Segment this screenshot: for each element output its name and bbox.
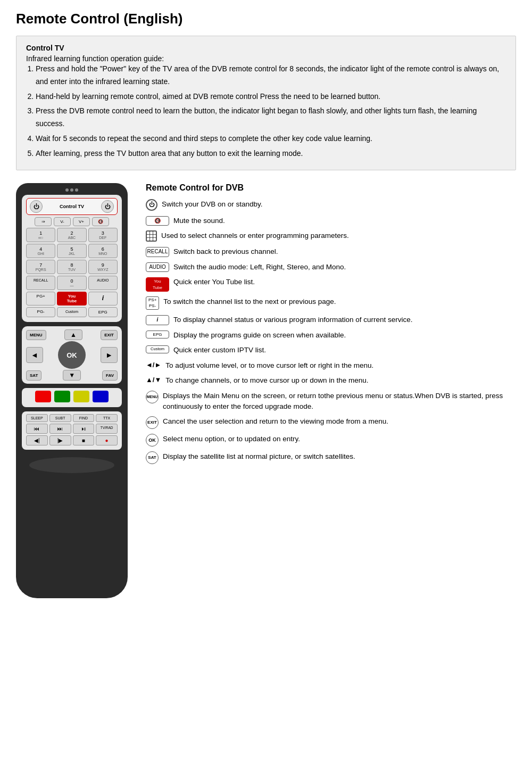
mute-btn[interactable]: 🔇: [92, 217, 109, 227]
dvb-item-pg-text: To switch the channel list to the next o…: [163, 296, 516, 307]
vol-plus-btn[interactable]: V+: [73, 217, 90, 227]
down-arrow-btn[interactable]: ▼: [63, 370, 81, 381]
up-arrow-btn[interactable]: ▲: [64, 329, 82, 340]
sat-btn[interactable]: SAT: [26, 370, 41, 381]
audio-btn[interactable]: AUDIO: [88, 276, 118, 290]
control-tv-row: ⏻ Control TV ⏻: [26, 198, 118, 215]
tvrad-btn[interactable]: TV/RAD: [96, 424, 118, 434]
menu-btn[interactable]: MENU: [26, 330, 46, 340]
num-1[interactable]: 1∞○: [26, 228, 55, 242]
info-box-title: Control TV: [26, 44, 506, 52]
info-box-steps: Press and hold the "Power" key of the TV…: [36, 63, 506, 160]
main-content: ⏻ Control TV ⏻ ⇒ V- V+ 🔇 1∞○ 2ABC 3DEF 4…: [16, 183, 516, 598]
playpause-btn[interactable]: ⏯: [73, 424, 95, 434]
youtube-icon-label: YouTube: [146, 277, 169, 292]
num-2[interactable]: 2ABC: [57, 228, 86, 242]
num-4[interactable]: 4GHI: [26, 244, 55, 258]
dpad-top-row: MENU ▲ EXIT: [26, 329, 118, 340]
youtube-btn[interactable]: YouTube: [57, 292, 86, 305]
yellow-btn[interactable]: [73, 391, 89, 402]
pg-icon: PS+PS-: [146, 296, 159, 310]
dvb-item-info: i To display channel status or various p…: [146, 315, 516, 325]
audio-icon-label: AUDIO: [146, 262, 169, 272]
step-2: Hand-held by learning remote control, ai…: [36, 90, 506, 103]
right-arrow-btn[interactable]: ►: [101, 347, 118, 363]
dvb-item-exit-text: Cancel the user selection and return to …: [163, 416, 516, 427]
num-6[interactable]: 6MNO: [88, 244, 118, 258]
pg-minus-btn[interactable]: PG-: [26, 307, 55, 317]
blue-btn[interactable]: [93, 391, 109, 402]
dvb-item-ud: ▲/▼ To change channels, or to move curso…: [146, 375, 516, 386]
number-grid: 1∞○ 2ABC 3DEF 4GHI 5JKL 6MNO 7PQRS 8TUV …: [26, 228, 118, 274]
ir-dot-1: [65, 188, 69, 192]
dvb-item-audio-text: Switch the audio mode: Left, Right, Ster…: [173, 262, 516, 272]
step-4: Wait for 5 seconds to repeat the second …: [36, 133, 506, 145]
dvb-item-youtube-text: Quick enter You Tube list.: [173, 277, 516, 287]
remote-illustration: ⏻ Control TV ⏻ ⇒ V- V+ 🔇 1∞○ 2ABC 3DEF 4…: [16, 183, 133, 598]
dvb-item-ud-text: To change channels, or to move cursor up…: [165, 375, 516, 386]
num-7[interactable]: 7PQRS: [26, 260, 55, 274]
rewind-btn[interactable]: ⏮: [26, 424, 48, 434]
dvb-item-sat-text: Display the satellite list at normal pic…: [163, 451, 516, 462]
subt-btn[interactable]: SUBT: [49, 414, 71, 422]
input-btn[interactable]: ⇒: [35, 217, 52, 227]
dvb-item-menu: MENU Displays the Main Menu on the scree…: [146, 391, 516, 411]
num-5[interactable]: 5JKL: [57, 244, 86, 258]
ud-icon: ▲/▼: [146, 375, 161, 385]
step-5: After learning, press the TV button area…: [36, 147, 506, 160]
red-btn[interactable]: [35, 391, 51, 402]
recall-icon-label: RECALL: [146, 247, 169, 257]
dvb-item-lr: ◄/► To adjust volume level, or to move c…: [146, 360, 516, 371]
dvb-item-youtube: YouTube Quick enter You Tube list.: [146, 277, 516, 292]
exit-btn[interactable]: EXIT: [101, 330, 118, 340]
green-btn[interactable]: [54, 391, 70, 402]
dpad-mid-row: ◄ OK ►: [26, 341, 118, 369]
sleep-btn[interactable]: SLEEP: [26, 414, 48, 422]
vol-minus-btn[interactable]: V-: [54, 217, 71, 227]
media-row-2: ◀| |▶ ■ ●: [26, 435, 118, 445]
ctrl-tv-label: Control TV: [60, 204, 84, 209]
ir-emitters: [65, 188, 78, 192]
dvb-item-lr-text: To adjust volume level, or to move curso…: [165, 360, 516, 371]
power-btn-right[interactable]: ⏻: [101, 200, 114, 213]
epg-btn[interactable]: EPG: [88, 307, 118, 317]
dvb-item-channels-text: Used to select channels or enter program…: [161, 230, 516, 241]
dvb-item-power-text: Switch your DVB on or standby.: [162, 199, 516, 210]
power-icon: ⏻: [146, 199, 157, 211]
custom-icon-label: Custom: [146, 345, 169, 353]
info-box-subtitle: Infrared learning function operation gui…: [26, 54, 506, 63]
dvb-item-mute-text: Mute the sound.: [173, 216, 516, 226]
ok-btn[interactable]: OK: [58, 341, 86, 369]
num-3[interactable]: 3DEF: [88, 228, 118, 242]
ttx-btn[interactable]: TTX: [96, 414, 118, 422]
info-btn[interactable]: i: [88, 292, 118, 305]
dvb-item-sat: SAT Display the satellite list at normal…: [146, 451, 516, 464]
step-1: Press and hold the "Power" key of the TV…: [36, 63, 506, 88]
dpad-section: MENU ▲ EXIT ◄ OK ► SAT ▼ FAV: [22, 326, 122, 384]
num-0[interactable]: 0—: [57, 276, 86, 290]
num-8[interactable]: 8TUV: [57, 260, 86, 274]
media-row-1: ⏮ ⏭ ⏯ TV/RAD: [26, 424, 118, 434]
sat-icon-circle: SAT: [146, 451, 159, 464]
dvb-item-epg-text: Display the programs guide on screen whe…: [173, 330, 516, 341]
recall-btn[interactable]: RECALL: [26, 276, 55, 290]
remote-body: ⏻ Control TV ⏻ ⇒ V- V+ 🔇 1∞○ 2ABC 3DEF 4…: [16, 183, 128, 598]
dvb-item-custom: Custom Quick enter custom IPTV list.: [146, 345, 516, 356]
num-9[interactable]: 9WXYZ: [88, 260, 118, 274]
find-btn[interactable]: FIND: [73, 414, 95, 422]
custom-btn[interactable]: Custom: [57, 307, 86, 317]
dvb-item-exit: EXIT Cancel the user selection and retur…: [146, 416, 516, 429]
left-arrow-btn[interactable]: ◄: [26, 347, 43, 363]
numgrid-icon: [146, 230, 157, 242]
prev-btn[interactable]: ◀|: [26, 435, 48, 445]
next-btn[interactable]: |▶: [49, 435, 71, 445]
fastforward-btn[interactable]: ⏭: [49, 424, 71, 434]
stop-btn[interactable]: ■: [73, 435, 95, 445]
fav-btn[interactable]: FAV: [102, 370, 118, 381]
lr-icon: ◄/►: [146, 360, 161, 370]
func-row-1: SLEEP SUBT FIND TTX: [26, 414, 118, 422]
exit-icon-circle: EXIT: [146, 416, 159, 429]
record-btn[interactable]: ●: [96, 435, 118, 445]
pg-plus-btn[interactable]: PG+: [26, 292, 55, 305]
power-btn-left[interactable]: ⏻: [30, 200, 43, 213]
